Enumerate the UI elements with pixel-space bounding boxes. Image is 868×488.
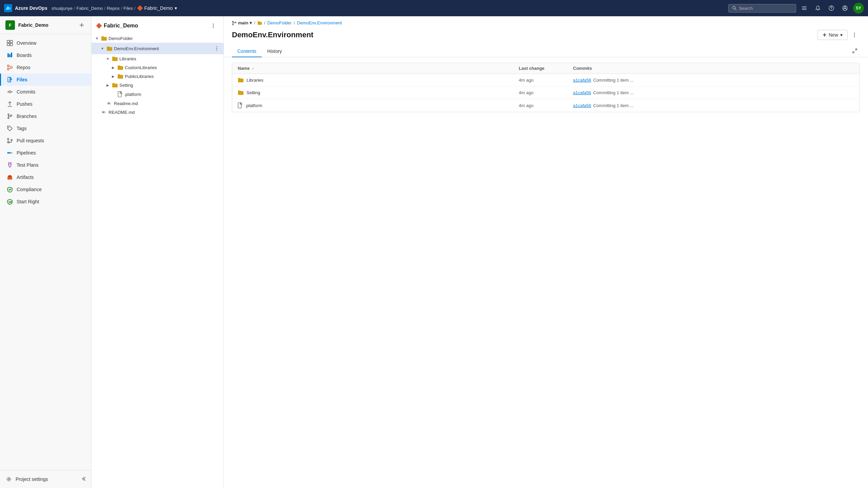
tree-item-readmemd2[interactable]: ▶ M↓ README.md — [92, 108, 223, 117]
svg-point-8 — [831, 9, 831, 9]
commits-cell: a1cafa56 Committing 1 item ... — [573, 103, 854, 108]
svg-point-53 — [213, 27, 214, 28]
tree-item-libraries[interactable]: ▼ Libraries — [92, 54, 223, 63]
account-icon-btn[interactable] — [840, 3, 850, 14]
expand-view-button[interactable] — [850, 46, 860, 57]
compliance-icon — [6, 186, 13, 193]
folder-icon — [117, 74, 123, 79]
svg-point-42 — [11, 152, 13, 154]
sidebar-item-boards[interactable]: Boards — [0, 49, 91, 61]
help-icon-btn[interactable] — [826, 3, 837, 14]
branch-selector[interactable]: main ▾ — [232, 20, 252, 25]
commit-hash-link[interactable]: a1cafa56 — [573, 78, 591, 83]
svg-point-36 — [7, 138, 9, 140]
file-name-link[interactable]: .platform — [245, 103, 262, 108]
breadcrumb-repos[interactable]: Repos — [107, 6, 120, 11]
tree-item-demofolder[interactable]: ▼ DemoFolder — [92, 34, 223, 43]
svg-point-21 — [7, 68, 9, 70]
table-row-setting[interactable]: Setting 4m ago a1cafa56 Committing 1 ite… — [232, 86, 860, 99]
breadcrumb-demoenv[interactable]: DemoEnv.Environment — [297, 20, 342, 25]
commits-cell: a1cafa56 Committing 1 item ... — [573, 90, 854, 95]
table-row-platform[interactable]: .platform 4m ago a1cafa56 Committing 1 i… — [232, 99, 860, 112]
collapse-btn[interactable] — [81, 476, 86, 482]
sidebar-item-startright-label: Start Right — [17, 199, 39, 204]
sidebar-item-pushes[interactable]: Pushes — [0, 98, 91, 110]
project-settings-label: Project settings — [16, 476, 48, 482]
sidebar-item-overview-label: Overview — [17, 40, 36, 46]
tree-item-publiclibraries-label: PublicLibraries — [125, 74, 154, 79]
branch-name: main — [238, 20, 248, 25]
svg-point-51 — [213, 24, 214, 25]
file-name-link[interactable]: Libraries — [246, 78, 263, 83]
svg-point-22 — [11, 67, 13, 68]
main-content: main ▾ / / DemoFolder / DemoEnv.Environm… — [224, 16, 868, 488]
expand-arrow: ▼ — [94, 36, 100, 41]
sidebar-item-boards-label: Boards — [17, 53, 32, 58]
sidebar-item-tags[interactable]: Tags — [0, 122, 91, 135]
commit-hash-link[interactable]: a1cafa56 — [573, 90, 591, 95]
tree-item-setting[interactable]: ▶ Setting — [92, 81, 223, 89]
sidebar-item-repos[interactable]: Repos — [0, 61, 91, 74]
search-icon — [732, 6, 737, 11]
breadcrumb-demofolder[interactable]: DemoFolder — [268, 20, 292, 25]
breadcrumb-fabricdemo[interactable]: Fabric_Demo — [76, 6, 103, 11]
svg-rect-3 — [802, 6, 807, 7]
tab-contents[interactable]: Contents — [232, 46, 262, 57]
repo-diamond-icon — [137, 5, 143, 11]
tree-item-platform-label: .platform — [124, 92, 141, 97]
sidebar-item-tags-label: Tags — [17, 126, 27, 131]
svg-rect-15 — [7, 43, 9, 46]
svg-point-6 — [817, 10, 818, 11]
topnav-logo[interactable]: Azure DevOps — [4, 4, 47, 12]
topnav-current-repo[interactable]: Fabric_Demo ▾ — [138, 5, 177, 11]
tab-history[interactable]: History — [262, 46, 288, 57]
sidebar-item-pipelines[interactable]: Pipelines — [0, 147, 91, 159]
svg-point-40 — [7, 152, 9, 154]
tabs-container: Contents History — [224, 46, 868, 57]
folder-icon — [101, 36, 107, 41]
add-project-button[interactable] — [78, 21, 86, 29]
svg-rect-5 — [802, 9, 807, 10]
file-name-link[interactable]: Setting — [246, 90, 260, 95]
new-button[interactable]: New ▾ — [817, 30, 848, 40]
filetree-panel: Fabric_Demo ▼ DemoFolder ▼ — [92, 16, 224, 488]
commit-hash-link[interactable]: a1cafa56 — [573, 103, 591, 108]
notification-icon-btn[interactable] — [812, 3, 823, 14]
tree-item-readmemd[interactable]: ▶ M↓ Readme.md — [92, 99, 223, 108]
svg-line-67 — [855, 49, 857, 50]
content-more-button[interactable] — [849, 29, 860, 40]
sidebar-item-branches[interactable]: Branches — [0, 110, 91, 122]
file-name-cell: .platform — [238, 102, 519, 108]
table-row-libraries[interactable]: Libraries 4m ago a1cafa56 Committing 1 i… — [232, 74, 860, 86]
sidebar-item-compliance[interactable]: Compliance — [0, 183, 91, 196]
expand-arrow: ▼ — [100, 46, 105, 51]
filetree-more-button[interactable] — [209, 21, 218, 30]
svg-point-20 — [7, 65, 9, 67]
folder-breadcrumb-icon — [257, 21, 262, 25]
sidebar-item-files[interactable]: Files — [0, 74, 91, 86]
sidebar-item-pullrequests[interactable]: Pull requests — [0, 135, 91, 147]
topnav-search[interactable]: Search — [728, 4, 796, 13]
tree-item-more-button[interactable] — [213, 44, 221, 53]
tree-item-customlibraries-label: CustomLibraries — [125, 65, 157, 70]
sidebar-item-artifacts[interactable]: Artifacts — [0, 171, 91, 183]
tree-item-demoenv[interactable]: ▼ DemoEnv.Environment — [92, 43, 223, 54]
user-avatar[interactable]: SY — [853, 3, 864, 14]
tree-item-publiclibraries[interactable]: ▶ PublicLibraries — [92, 72, 223, 81]
breadcrumb-shuaijunye[interactable]: shuaijunye — [52, 6, 73, 11]
project-settings-item[interactable]: Project settings — [0, 473, 91, 485]
svg-point-64 — [854, 33, 855, 34]
repos-icon — [6, 64, 13, 71]
pullrequests-icon — [6, 137, 13, 144]
tree-item-platform[interactable]: ▶ .platform — [92, 89, 223, 99]
sidebar-item-testplans[interactable]: Test Plans — [0, 159, 91, 171]
sidebar-item-commits[interactable]: Commits — [0, 86, 91, 98]
filetree-content: ▼ DemoFolder ▼ DemoEnv.Environment ▼ — [92, 34, 223, 122]
commit-msg: Committing 1 item ... — [593, 78, 634, 83]
settings-icon-btn[interactable] — [799, 3, 810, 14]
tree-item-customlibraries[interactable]: ▶ CustomLibraries — [92, 63, 223, 72]
breadcrumb-files[interactable]: Files — [123, 6, 133, 11]
sidebar-item-overview[interactable]: Overview — [0, 37, 91, 49]
sidebar-item-startright[interactable]: SR Start Right — [0, 196, 91, 208]
branch-icon — [232, 21, 237, 25]
